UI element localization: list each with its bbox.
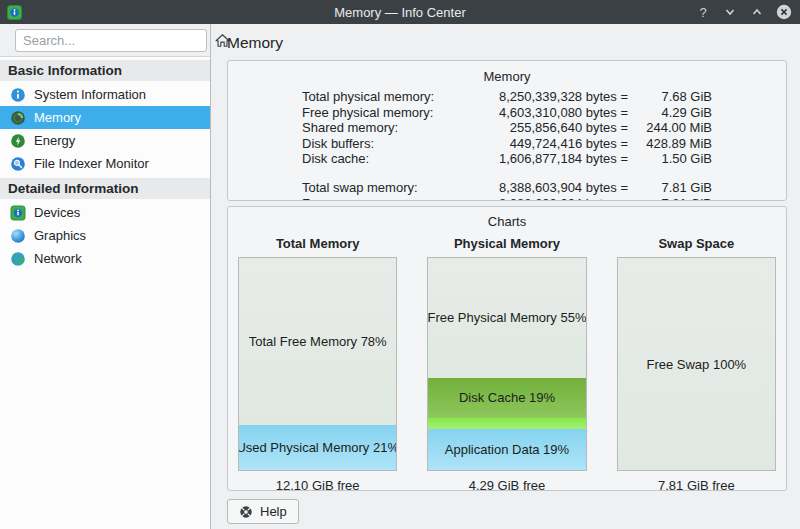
- stacked-bar-total-memory: Total Free Memory 78% Used Physical Memo…: [238, 257, 397, 471]
- stat-size: 4.29 GiB: [634, 105, 712, 121]
- bar-segment-application-data: Application Data 19%: [428, 429, 585, 470]
- chevron-down-icon: [724, 6, 736, 18]
- stacked-bar-physical-memory: Free Physical Memory 55% Disk Cache 19% …: [427, 257, 586, 471]
- bar-segment-free-swap: Free Swap 100%: [618, 258, 775, 470]
- charts-groupbox: Charts Total Memory Total Free Memory 78…: [227, 206, 787, 491]
- sidebar-item-label: Memory: [34, 110, 81, 125]
- bar-segment-free-physical: Free Physical Memory 55%: [428, 258, 585, 378]
- stat-bytes: 8,388,603,904 bytes =: [478, 180, 628, 196]
- chart-total-memory: Total Memory Total Free Memory 78% Used …: [238, 231, 397, 491]
- stacked-bar-swap-space: Free Swap 100%: [617, 257, 776, 471]
- sidebar-item-devices[interactable]: Devices: [0, 201, 210, 224]
- sidebar-section-basic: Basic Information: [0, 60, 210, 81]
- charts-groupbox-title: Charts: [238, 210, 776, 229]
- network-globe-icon: [10, 251, 26, 267]
- sidebar-toolbar: [0, 24, 210, 57]
- stat-label: Free swap memory:: [302, 196, 472, 201]
- sidebar-item-energy[interactable]: Energy: [0, 129, 210, 152]
- sidebar-item-label: Energy: [34, 133, 75, 148]
- sidebar-item-network[interactable]: Network: [0, 247, 210, 270]
- chart-physical-memory: Physical Memory Free Physical Memory 55%…: [427, 231, 586, 491]
- sidebar-list: Basic Information System Information: [0, 57, 210, 529]
- stat-bytes: 8,250,339,328 bytes =: [478, 89, 628, 105]
- stat-label: Total physical memory:: [302, 89, 472, 105]
- stat-bytes: 449,724,416 bytes =: [478, 136, 628, 152]
- chart-title: Total Memory: [276, 236, 360, 251]
- chart-title: Physical Memory: [454, 236, 560, 251]
- chart-footer: 12.10 GiB free: [276, 478, 360, 491]
- app-icon: [7, 5, 22, 20]
- window-help-button[interactable]: ?: [694, 3, 712, 21]
- sidebar-item-system-information[interactable]: System Information: [0, 83, 210, 106]
- bar-segment-used-physical: Used Physical Memory 21%: [239, 425, 396, 470]
- memory-groupbox: Memory Total physical memory: 8,250,339,…: [227, 60, 787, 201]
- file-indexer-icon: [10, 156, 26, 172]
- bar-segment-disk-cache: Disk Cache 19%: [428, 378, 585, 418]
- stat-label: Total swap memory:: [302, 180, 472, 196]
- energy-icon: [10, 133, 26, 149]
- window-close-button[interactable]: [775, 3, 793, 21]
- content-area: Memory Memory Total physical memory: 8,2…: [211, 24, 800, 529]
- devices-icon: [10, 205, 26, 221]
- titlebar: Memory — Info Center ?: [0, 0, 800, 24]
- sidebar-item-graphics[interactable]: Graphics: [0, 224, 210, 247]
- window-title: Memory — Info Center: [0, 5, 800, 20]
- sidebar: Basic Information System Information: [0, 24, 211, 529]
- page-title: Memory: [227, 34, 787, 52]
- chart-footer: 7.81 GiB free: [658, 478, 735, 491]
- window-minimize-button[interactable]: [721, 3, 739, 21]
- stat-bytes: 8,388,603,904 bytes =: [478, 196, 628, 201]
- stat-label: Free physical memory:: [302, 105, 472, 121]
- stat-bytes: 4,603,310,080 bytes =: [478, 105, 628, 121]
- chart-footer: 4.29 GiB free: [469, 478, 546, 491]
- stat-bytes: 1,606,877,184 bytes =: [478, 151, 628, 167]
- search-input[interactable]: [15, 29, 207, 52]
- info-center-window: Memory — Info Center ?: [0, 0, 800, 529]
- help-button-label: Help: [260, 504, 287, 519]
- table-spacer: [302, 167, 712, 180]
- stat-size: 428.89 MiB: [634, 136, 712, 152]
- graphics-sphere-icon: [10, 228, 26, 244]
- bar-segment-total-free: Total Free Memory 78%: [239, 258, 396, 425]
- sidebar-item-label: Devices: [34, 205, 80, 220]
- close-icon: [776, 4, 792, 20]
- help-lifebuoy-icon: [239, 505, 253, 519]
- info-circle-icon: [10, 87, 26, 103]
- chart-swap-space: Swap Space Free Swap 100% 7.81 GiB free: [617, 231, 776, 491]
- bar-segment-disk-buffers: [428, 418, 585, 429]
- sidebar-item-label: System Information: [34, 87, 146, 102]
- sidebar-item-label: Graphics: [34, 228, 86, 243]
- sidebar-item-memory[interactable]: Memory: [0, 106, 210, 129]
- chart-title: Swap Space: [658, 236, 734, 251]
- stat-label: Disk cache:: [302, 151, 472, 167]
- stat-size: 7.81 GiB: [634, 180, 712, 196]
- sidebar-item-label: Network: [34, 251, 82, 266]
- help-button[interactable]: Help: [227, 499, 299, 524]
- sidebar-item-file-indexer-monitor[interactable]: File Indexer Monitor: [0, 152, 210, 175]
- memory-stats-table: Total physical memory: 8,250,339,328 byt…: [302, 89, 712, 201]
- stat-size: 244.00 MiB: [634, 120, 712, 136]
- stat-label: Disk buffers:: [302, 136, 472, 152]
- stat-size: 1.50 GiB: [634, 151, 712, 167]
- memory-ring-icon: [10, 110, 26, 126]
- stat-label: Shared memory:: [302, 120, 472, 136]
- memory-groupbox-title: Memory: [228, 65, 786, 84]
- sidebar-item-label: File Indexer Monitor: [34, 156, 149, 171]
- stat-size: 7.81 GiB: [634, 196, 712, 201]
- stat-size: 7.68 GiB: [634, 89, 712, 105]
- chevron-up-icon: [751, 6, 763, 18]
- stat-bytes: 255,856,640 bytes =: [478, 120, 628, 136]
- window-maximize-button[interactable]: [748, 3, 766, 21]
- sidebar-section-detailed: Detailed Information: [0, 178, 210, 199]
